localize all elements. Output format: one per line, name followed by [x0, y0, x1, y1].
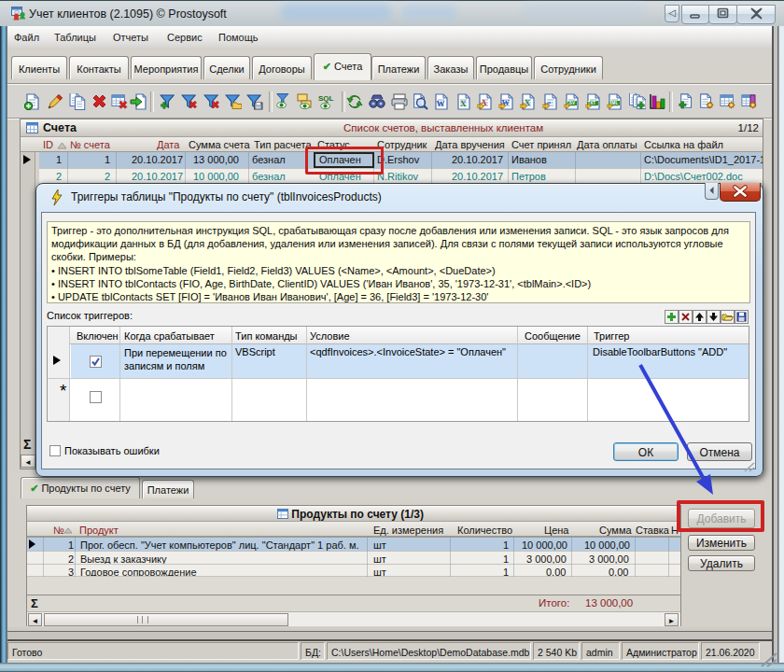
svg-text:W: W — [437, 99, 445, 108]
svg-text:X: X — [460, 99, 467, 108]
svg-text:SQL: SQL — [318, 94, 334, 103]
